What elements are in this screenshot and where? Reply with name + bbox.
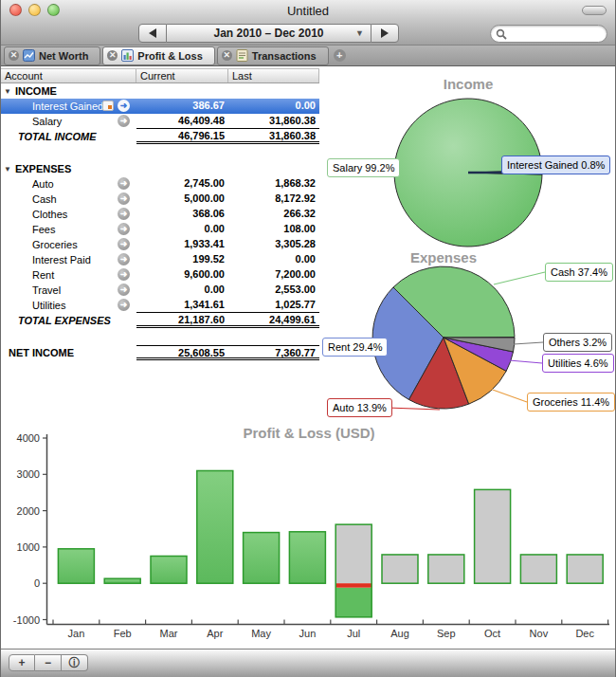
table-row-fees[interactable]: Fees➜0.00108.00 bbox=[1, 222, 319, 237]
table-row-total-income[interactable]: TOTAL INCOME46,796.1531,860.38 bbox=[1, 129, 319, 144]
drilldown-arrow-button[interactable]: ➜ bbox=[118, 268, 130, 281]
last-value: 8,172.92 bbox=[228, 192, 319, 207]
table-row-rent[interactable]: Rent➜9,600.007,200.00 bbox=[1, 267, 319, 283]
table-row-travel[interactable]: Travel➜0.002,553.00 bbox=[1, 283, 319, 298]
window-title: Untitled bbox=[67, 4, 549, 18]
bar-dec bbox=[567, 555, 603, 583]
account-name-cell: NET INCOME bbox=[1, 345, 136, 360]
account-name-cell: Salary➜ bbox=[1, 114, 136, 129]
column-header-last[interactable]: Last bbox=[228, 69, 319, 82]
account-name-cell: Rent➜ bbox=[1, 267, 136, 283]
chevron-down-icon: ▼ bbox=[355, 28, 364, 38]
current-value: 46,796.15 bbox=[136, 129, 228, 144]
x-axis-tick-label: Jul bbox=[347, 628, 360, 639]
right-arrow-icon bbox=[381, 28, 389, 38]
line-chart-icon bbox=[23, 49, 35, 62]
close-tab-icon[interactable]: ✕ bbox=[107, 50, 118, 61]
group-label: EXPENSES bbox=[15, 163, 71, 174]
table-row-groceries[interactable]: Groceries➜1,933.413,305.28 bbox=[1, 237, 319, 252]
tab-net-worth[interactable]: ✕Net Worth bbox=[4, 46, 100, 65]
y-axis-tick-label: 4000 bbox=[17, 432, 40, 444]
account-name-cell: Cash➜ bbox=[1, 192, 136, 207]
close-window-button[interactable] bbox=[9, 4, 22, 16]
next-period-button[interactable] bbox=[371, 24, 399, 43]
table-row-clothes[interactable]: Clothes➜368.06266.32 bbox=[1, 207, 319, 222]
last-value: 7,360.77 bbox=[228, 345, 319, 360]
bar-aug bbox=[382, 555, 418, 583]
pie-label-cash: Cash 37.4% bbox=[545, 263, 613, 282]
search-field[interactable] bbox=[490, 25, 607, 43]
table-row-income[interactable]: ▼INCOME bbox=[1, 83, 319, 99]
table-row-expenses[interactable]: ▼EXPENSES bbox=[1, 161, 319, 176]
drilldown-arrow-button[interactable]: ➜ bbox=[118, 100, 130, 112]
table-row-interest-paid[interactable]: Interest Paid➜199.520.00 bbox=[1, 252, 319, 267]
account-name-cell: Utilities➜ bbox=[1, 298, 136, 313]
pie-label-utilities: Utilities 4.6% bbox=[542, 354, 614, 373]
info-button[interactable]: ⓘ bbox=[62, 654, 88, 671]
bar-mar bbox=[151, 556, 187, 583]
search-input[interactable] bbox=[511, 27, 604, 43]
account-label: Groceries bbox=[32, 239, 78, 250]
current-value: 1,933.41 bbox=[136, 237, 228, 252]
drilldown-arrow-button[interactable]: ➜ bbox=[118, 177, 130, 190]
account-name-cell: Interest Paid➜ bbox=[1, 252, 136, 267]
x-axis-tick-label: Oct bbox=[484, 628, 500, 639]
zoom-window-button[interactable] bbox=[47, 4, 60, 16]
pie-label-groceries: Groceries 11.4% bbox=[527, 393, 615, 412]
last-value: 266.32 bbox=[228, 207, 319, 222]
account-label: Clothes bbox=[32, 209, 67, 220]
bottom-toolbar: + − ⓘ bbox=[1, 649, 615, 677]
add-tab-button[interactable]: + bbox=[334, 49, 346, 62]
disclosure-triangle-icon[interactable]: ▼ bbox=[4, 165, 11, 174]
drilldown-arrow-button[interactable]: ➜ bbox=[118, 208, 130, 220]
table-row-auto[interactable]: Auto➜2,745.001,868.32 bbox=[1, 176, 319, 192]
drilldown-arrow-button[interactable]: ➜ bbox=[118, 115, 130, 127]
close-tab-icon[interactable]: ✕ bbox=[222, 50, 232, 61]
table-row-utilities[interactable]: Utilities➜1,341.611,025.77 bbox=[1, 298, 319, 313]
table-row-net-income[interactable]: NET INCOME25,608.557,360.77 bbox=[1, 345, 319, 360]
current-value: 2,745.00 bbox=[136, 176, 228, 192]
table-row-cash[interactable]: Cash➜5,000.008,172.92 bbox=[1, 192, 319, 207]
bar-jul-actual bbox=[335, 588, 371, 617]
column-header-current[interactable]: Current bbox=[136, 69, 228, 82]
current-value: 25,608.55 bbox=[136, 345, 228, 360]
toolbar: Jan 2010 – Dec 2010 ▼ bbox=[1, 21, 615, 46]
toolbar-toggle-button[interactable] bbox=[582, 6, 607, 15]
close-tab-icon[interactable]: ✕ bbox=[9, 50, 19, 61]
drilldown-arrow-button[interactable]: ➜ bbox=[118, 192, 130, 205]
drilldown-arrow-button[interactable]: ➜ bbox=[118, 238, 130, 250]
drilldown-arrow-button[interactable]: ➜ bbox=[118, 299, 130, 311]
disclosure-triangle-icon[interactable]: ▼ bbox=[4, 87, 11, 96]
last-value: 3,305.28 bbox=[228, 237, 319, 252]
column-header-account[interactable]: Account bbox=[1, 69, 136, 82]
current-value: 9,600.00 bbox=[136, 267, 228, 283]
remove-account-button[interactable]: − bbox=[35, 654, 62, 671]
table-spacer bbox=[1, 144, 319, 161]
account-label: Interest Paid bbox=[32, 254, 91, 265]
label-connector-line bbox=[494, 272, 545, 284]
current-value: 199.52 bbox=[136, 252, 228, 267]
tab-transactions[interactable]: ✕Transactions bbox=[217, 46, 329, 65]
current-value: 0.00 bbox=[136, 222, 228, 237]
accounts-table: ▼INCOMEInterest Gained➜386.670.00Salary➜… bbox=[1, 83, 319, 360]
tab-bar: ✕Net Worth✕Profit & Loss✕Transactions+ bbox=[1, 46, 615, 66]
account-label: Salary bbox=[32, 116, 62, 127]
account-name-cell: ▼INCOME bbox=[1, 83, 319, 99]
prev-period-button[interactable] bbox=[138, 24, 167, 43]
minimize-window-button[interactable] bbox=[28, 4, 41, 16]
table-row-interest-gained[interactable]: Interest Gained➜386.670.00 bbox=[1, 99, 319, 114]
tab-profit-loss[interactable]: ✕Profit & Loss bbox=[102, 46, 214, 65]
bar-nov bbox=[520, 555, 556, 583]
table-row-salary[interactable]: Salary➜46,409.4831,860.38 bbox=[1, 114, 319, 129]
table-header: Account Current Last bbox=[1, 68, 319, 83]
y-axis-tick-label: 2000 bbox=[17, 505, 40, 517]
date-range-dropdown[interactable]: Jan 2010 – Dec 2010 ▼ bbox=[167, 24, 371, 43]
drilldown-arrow-button[interactable]: ➜ bbox=[118, 284, 130, 296]
add-account-button[interactable]: + bbox=[9, 654, 35, 671]
table-row-total-expenses[interactable]: TOTAL EXPENSES21,187.6024,499.61 bbox=[1, 313, 319, 328]
drilldown-arrow-button[interactable]: ➜ bbox=[118, 253, 130, 265]
drilldown-arrow-button[interactable]: ➜ bbox=[118, 223, 130, 235]
pie-label-others: Others 3.2% bbox=[543, 333, 612, 352]
account-name-cell: Fees➜ bbox=[1, 222, 136, 237]
app-window: Untitled Jan 2010 – Dec 2010 ▼ ✕Net Wort… bbox=[0, 0, 616, 677]
